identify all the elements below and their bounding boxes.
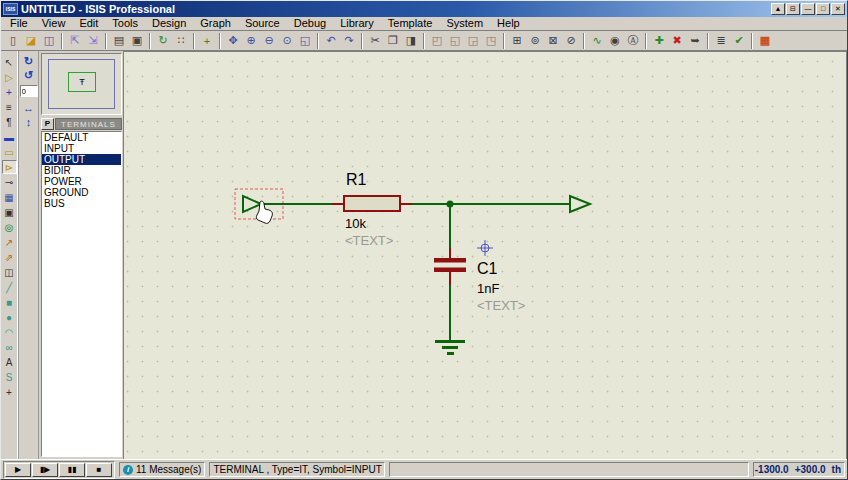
zoom-all-icon[interactable]: ⊙ — [279, 33, 295, 49]
2d-line-mode-icon[interactable]: ╱ — [2, 280, 17, 294]
remove-sheet-icon[interactable]: ✖ — [669, 33, 685, 49]
2d-arc-mode-icon[interactable]: ◠ — [2, 325, 17, 339]
goto-sheet-icon[interactable]: ➥ — [687, 33, 703, 49]
new-file-icon[interactable]: ▯ — [5, 33, 21, 49]
c1-reference-label[interactable]: C1 — [477, 260, 498, 277]
block-copy-icon[interactable]: ◰ — [429, 33, 445, 49]
copy-icon[interactable]: ❐ — [385, 33, 401, 49]
2d-circle-mode-icon[interactable]: ● — [2, 310, 17, 324]
ground-symbol[interactable] — [435, 340, 465, 355]
2d-symbol-mode-icon[interactable]: S — [2, 370, 17, 384]
close-button[interactable]: ✕ — [831, 3, 845, 15]
generator-mode-icon[interactable]: ◎ — [2, 220, 17, 234]
2d-text-mode-icon[interactable]: A — [2, 355, 17, 369]
import-section-icon[interactable]: ⇱ — [67, 33, 83, 49]
menu-source[interactable]: Source — [238, 17, 287, 30]
capacitor-plate-top[interactable] — [434, 258, 466, 263]
menu-design[interactable]: Design — [145, 17, 193, 30]
pause-button[interactable]: ▮▮ — [59, 463, 85, 477]
electrical-rules-check-icon[interactable]: ✔ — [731, 33, 747, 49]
schematic-canvas[interactable]: R1 10k <TEXT> C1 1nF <TEXT> — [123, 51, 847, 459]
voltage-probe-mode-icon[interactable]: ↗ — [2, 235, 17, 249]
output-terminal[interactable] — [570, 196, 590, 212]
menu-help[interactable]: Help — [490, 17, 527, 30]
list-item-default[interactable]: DEFAULT — [42, 132, 121, 143]
property-assignment-icon[interactable]: Ⓐ — [625, 33, 641, 49]
resistor-r1[interactable] — [344, 196, 400, 211]
message-status[interactable]: i 11 Message(s) — [119, 462, 205, 477]
menu-file[interactable]: File — [3, 17, 35, 30]
undo-icon[interactable]: ↶ — [323, 33, 339, 49]
r1-reference-label[interactable]: R1 — [346, 171, 367, 188]
minimize-button[interactable]: — — [801, 3, 815, 15]
2d-box-mode-icon[interactable]: ■ — [2, 295, 17, 309]
c1-text-placeholder[interactable]: <TEXT> — [477, 298, 525, 313]
tape-recorder-mode-icon[interactable]: ▣ — [2, 205, 17, 219]
list-item-bus[interactable]: BUS — [42, 198, 121, 209]
mirror-vertical-icon[interactable]: ↕ — [21, 115, 37, 128]
menu-debug[interactable]: Debug — [287, 17, 333, 30]
play-button[interactable]: ▶ — [5, 463, 31, 477]
view-bom-icon[interactable]: ≣ — [713, 33, 729, 49]
arrow-up-button[interactable]: ▲ — [771, 3, 785, 15]
list-item-input[interactable]: INPUT — [42, 143, 121, 154]
rotate-clockwise-icon[interactable]: ↻ — [21, 55, 37, 68]
rotate-anticlockwise-icon[interactable]: ↺ — [21, 69, 37, 82]
export-section-icon[interactable]: ⇲ — [85, 33, 101, 49]
zoom-out-icon[interactable]: ⊖ — [261, 33, 277, 49]
stop-button[interactable]: ■ — [86, 463, 112, 477]
virtual-instrument-mode-icon[interactable]: ◫ — [2, 265, 17, 279]
component-mode-icon[interactable]: ▷ — [2, 70, 17, 84]
2d-marker-mode-icon[interactable]: + — [2, 385, 17, 399]
r1-value-label[interactable]: 10k — [345, 216, 366, 231]
menu-template[interactable]: Template — [381, 17, 440, 30]
search-and-tag-icon[interactable]: ◉ — [607, 33, 623, 49]
centre-at-origin-icon[interactable]: + — [199, 33, 215, 49]
text-script-mode-icon[interactable]: ¶ — [2, 115, 17, 129]
zoom-area-icon[interactable]: ◱ — [297, 33, 313, 49]
redo-icon[interactable]: ↷ — [341, 33, 357, 49]
2d-path-mode-icon[interactable]: ∞ — [2, 340, 17, 354]
toggle-grid-icon[interactable]: ∷ — [173, 33, 189, 49]
paste-icon[interactable]: ◨ — [403, 33, 419, 49]
make-device-icon[interactable]: ⊚ — [527, 33, 543, 49]
bus-mode-icon[interactable]: ▬ — [2, 130, 17, 144]
device-pin-mode-icon[interactable]: ⊸ — [2, 175, 17, 189]
pan-view-icon[interactable]: ✥ — [225, 33, 241, 49]
redraw-icon[interactable]: ↻ — [155, 33, 171, 49]
block-rotate-icon[interactable]: ◲ — [465, 33, 481, 49]
capacitor-plate-bottom[interactable] — [434, 268, 466, 273]
netlist-to-ares-icon[interactable]: ▦ — [757, 33, 773, 49]
terminal-mode-icon[interactable]: ⊳ — [2, 160, 17, 174]
decompose-icon[interactable]: ⊘ — [563, 33, 579, 49]
menu-view[interactable]: View — [35, 17, 73, 30]
list-item-output[interactable]: OUTPUT — [42, 154, 121, 165]
wire-autorouter-icon[interactable]: ∿ — [589, 33, 605, 49]
wire-label-mode-icon[interactable]: ≡ — [2, 100, 17, 114]
list-item-ground[interactable]: GROUND — [42, 187, 121, 198]
menu-tools[interactable]: Tools — [105, 17, 145, 30]
junction-dot-mode-icon[interactable]: + — [2, 85, 17, 99]
rotation-angle-input[interactable] — [20, 85, 38, 97]
menu-library[interactable]: Library — [333, 17, 381, 30]
new-sheet-icon[interactable]: ✚ — [651, 33, 667, 49]
mirror-horizontal-icon[interactable]: ↔ — [21, 101, 37, 114]
input-terminal[interactable] — [243, 196, 261, 212]
rollup-button[interactable]: ⊟ — [786, 3, 800, 15]
pick-device-icon[interactable]: ⊞ — [509, 33, 525, 49]
subcircuit-mode-icon[interactable]: ▭ — [2, 145, 17, 159]
print-icon[interactable]: ▤ — [111, 33, 127, 49]
r1-text-placeholder[interactable]: <TEXT> — [345, 233, 393, 248]
maximize-button[interactable]: □ — [816, 3, 830, 15]
save-file-icon[interactable]: ◫ — [41, 33, 57, 49]
list-item-bidir[interactable]: BIDIR — [42, 165, 121, 176]
cut-icon[interactable]: ✂ — [367, 33, 383, 49]
block-delete-icon[interactable]: ◳ — [483, 33, 499, 49]
list-item-power[interactable]: POWER — [42, 176, 121, 187]
zoom-in-icon[interactable]: ⊕ — [243, 33, 259, 49]
open-folder-icon[interactable]: ◪ — [23, 33, 39, 49]
packaging-tool-icon[interactable]: ⊠ — [545, 33, 561, 49]
pick-terminals-button[interactable]: P — [41, 118, 54, 130]
current-probe-mode-icon[interactable]: ⇗ — [2, 250, 17, 264]
block-move-icon[interactable]: ◱ — [447, 33, 463, 49]
